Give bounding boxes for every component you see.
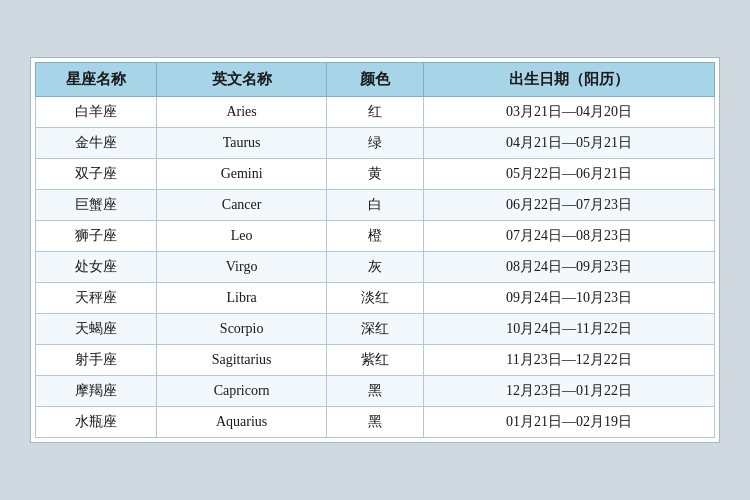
header-color: 颜色: [327, 63, 424, 97]
cell-color: 黑: [327, 376, 424, 407]
cell-zh: 白羊座: [36, 97, 157, 128]
cell-en: Sagittarius: [157, 345, 327, 376]
zodiac-table-wrapper: 星座名称 英文名称 颜色 出生日期（阳历） 白羊座Aries红03月21日—04…: [30, 57, 720, 443]
cell-en: Cancer: [157, 190, 327, 221]
cell-date: 05月22日—06月21日: [424, 159, 715, 190]
header-date: 出生日期（阳历）: [424, 63, 715, 97]
cell-color: 红: [327, 97, 424, 128]
cell-zh: 处女座: [36, 252, 157, 283]
cell-en: Capricorn: [157, 376, 327, 407]
cell-date: 01月21日—02月19日: [424, 407, 715, 438]
cell-color: 白: [327, 190, 424, 221]
cell-color: 橙: [327, 221, 424, 252]
cell-zh: 水瓶座: [36, 407, 157, 438]
cell-zh: 金牛座: [36, 128, 157, 159]
cell-zh: 狮子座: [36, 221, 157, 252]
table-row: 天蝎座Scorpio深红10月24日—11月22日: [36, 314, 715, 345]
cell-color: 深红: [327, 314, 424, 345]
cell-date: 09月24日—10月23日: [424, 283, 715, 314]
cell-en: Scorpio: [157, 314, 327, 345]
cell-color: 淡红: [327, 283, 424, 314]
table-row: 白羊座Aries红03月21日—04月20日: [36, 97, 715, 128]
cell-en: Aries: [157, 97, 327, 128]
cell-date: 03月21日—04月20日: [424, 97, 715, 128]
cell-zh: 天蝎座: [36, 314, 157, 345]
cell-date: 10月24日—11月22日: [424, 314, 715, 345]
cell-en: Aquarius: [157, 407, 327, 438]
table-row: 金牛座Taurus绿04月21日—05月21日: [36, 128, 715, 159]
zodiac-table: 星座名称 英文名称 颜色 出生日期（阳历） 白羊座Aries红03月21日—04…: [35, 62, 715, 438]
table-row: 处女座Virgo灰08月24日—09月23日: [36, 252, 715, 283]
cell-zh: 射手座: [36, 345, 157, 376]
header-zh: 星座名称: [36, 63, 157, 97]
table-row: 双子座Gemini黄05月22日—06月21日: [36, 159, 715, 190]
cell-date: 11月23日—12月22日: [424, 345, 715, 376]
cell-color: 黄: [327, 159, 424, 190]
cell-en: Leo: [157, 221, 327, 252]
header-en: 英文名称: [157, 63, 327, 97]
cell-zh: 巨蟹座: [36, 190, 157, 221]
cell-zh: 天秤座: [36, 283, 157, 314]
table-row: 天秤座Libra淡红09月24日—10月23日: [36, 283, 715, 314]
table-header-row: 星座名称 英文名称 颜色 出生日期（阳历）: [36, 63, 715, 97]
cell-zh: 双子座: [36, 159, 157, 190]
cell-color: 紫红: [327, 345, 424, 376]
cell-date: 07月24日—08月23日: [424, 221, 715, 252]
cell-zh: 摩羯座: [36, 376, 157, 407]
table-row: 摩羯座Capricorn黑12月23日—01月22日: [36, 376, 715, 407]
cell-color: 灰: [327, 252, 424, 283]
cell-date: 06月22日—07月23日: [424, 190, 715, 221]
cell-en: Virgo: [157, 252, 327, 283]
cell-en: Gemini: [157, 159, 327, 190]
table-row: 狮子座Leo橙07月24日—08月23日: [36, 221, 715, 252]
table-row: 巨蟹座Cancer白06月22日—07月23日: [36, 190, 715, 221]
cell-date: 08月24日—09月23日: [424, 252, 715, 283]
table-row: 水瓶座Aquarius黑01月21日—02月19日: [36, 407, 715, 438]
table-body: 白羊座Aries红03月21日—04月20日金牛座Taurus绿04月21日—0…: [36, 97, 715, 438]
cell-en: Libra: [157, 283, 327, 314]
table-row: 射手座Sagittarius紫红11月23日—12月22日: [36, 345, 715, 376]
cell-date: 12月23日—01月22日: [424, 376, 715, 407]
cell-en: Taurus: [157, 128, 327, 159]
cell-color: 绿: [327, 128, 424, 159]
cell-color: 黑: [327, 407, 424, 438]
cell-date: 04月21日—05月21日: [424, 128, 715, 159]
